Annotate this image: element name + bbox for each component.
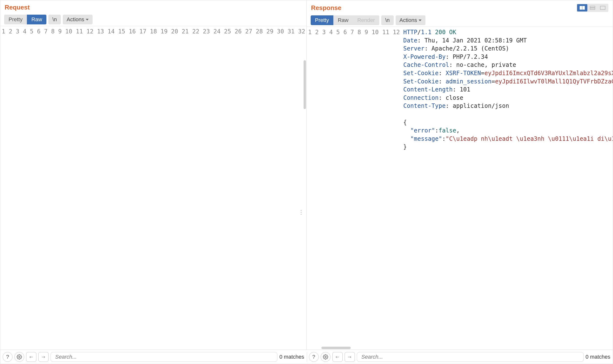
gear-icon (17, 354, 22, 360)
response-search-input[interactable] (357, 352, 584, 362)
hscroll-thumb[interactable] (321, 347, 351, 349)
layout-single-button[interactable] (598, 4, 608, 12)
svg-rect-4 (600, 6, 605, 10)
chevron-down-icon (86, 19, 89, 21)
newline-toggle[interactable]: \n (48, 15, 61, 24)
prev-match-button[interactable]: ← (332, 352, 343, 362)
tab-raw[interactable]: Raw (27, 15, 46, 24)
help-icon: ? (6, 354, 9, 360)
request-editor[interactable]: 1 2 3 4 5 6 7 8 9 10 11 12 13 14 15 16 1… (0, 26, 306, 350)
single-icon (600, 6, 605, 10)
svg-point-5 (19, 356, 20, 358)
actions-label: Actions (67, 16, 84, 23)
arrow-right-icon: → (347, 354, 353, 360)
response-editor[interactable]: 1 2 3 4 5 6 7 8 9 10 11 12 HTTP/1.1 200 … (307, 27, 613, 350)
svg-point-6 (325, 356, 326, 358)
request-view-tabs: Pretty Raw (4, 15, 46, 24)
request-footer: ? ← → 0 matches (3, 352, 307, 362)
vertical-dots-icon[interactable]: ⋮ (298, 211, 304, 213)
layout-toggle (577, 4, 608, 12)
svg-rect-0 (580, 6, 582, 10)
svg-rect-1 (583, 6, 585, 10)
response-footer: ? ← → 0 matches (309, 352, 611, 362)
stack-icon (590, 6, 595, 10)
response-toolbar: Pretty Raw Render \n Actions (307, 14, 613, 27)
request-title: Request (5, 4, 30, 11)
response-title: Response (311, 4, 341, 12)
request-toolbar: Pretty Raw \n Actions (0, 13, 306, 26)
split-icon (580, 6, 585, 10)
response-code[interactable]: HTTP/1.1 200 OK Date: Thu, 14 Jan 2021 0… (402, 27, 613, 350)
response-gutter: 1 2 3 4 5 6 7 8 9 10 11 12 (307, 27, 402, 350)
gear-icon (323, 354, 328, 360)
request-gutter: 1 2 3 4 5 6 7 8 9 10 11 12 13 14 15 16 1… (0, 26, 306, 350)
scrollbar-thumb[interactable] (304, 60, 306, 109)
arrow-left-icon: ← (28, 354, 34, 360)
newline-toggle[interactable]: \n (381, 15, 394, 25)
help-icon: ? (312, 354, 315, 360)
response-header: Response (307, 0, 613, 14)
request-header: Request (0, 0, 306, 13)
svg-rect-2 (590, 6, 595, 8)
actions-label: Actions (400, 17, 417, 23)
next-match-button[interactable]: → (38, 352, 49, 362)
tab-pretty[interactable]: Pretty (311, 15, 333, 25)
next-match-button[interactable]: → (345, 352, 355, 362)
response-pane: Response Pretty Raw Rend (307, 0, 613, 350)
arrow-left-icon: ← (335, 354, 340, 360)
settings-button[interactable] (14, 352, 24, 362)
layout-stack-button[interactable] (587, 4, 598, 12)
help-button[interactable]: ? (309, 352, 319, 362)
actions-dropdown[interactable]: Actions (396, 15, 425, 25)
request-match-count: 0 matches (279, 354, 304, 360)
tab-render[interactable]: Render (353, 15, 379, 25)
tab-raw[interactable]: Raw (333, 15, 353, 25)
request-pane: Request Pretty Raw \n Actions 1 2 3 4 5 … (0, 0, 307, 350)
request-search-input[interactable] (51, 352, 277, 362)
help-button[interactable]: ? (3, 352, 13, 362)
app-root: Request Pretty Raw \n Actions 1 2 3 4 5 … (0, 0, 613, 364)
arrow-right-icon: → (41, 354, 46, 360)
footer: ? ← → 0 matches ? ← → 0 matches (0, 350, 613, 364)
prev-match-button[interactable]: ← (26, 352, 36, 362)
response-match-count: 0 matches (586, 354, 611, 360)
svg-rect-3 (590, 8, 595, 10)
tab-pretty[interactable]: Pretty (4, 15, 27, 24)
settings-button[interactable] (321, 352, 330, 362)
response-view-tabs: Pretty Raw Render (311, 15, 380, 25)
chevron-down-icon (419, 20, 422, 21)
split-panes: Request Pretty Raw \n Actions 1 2 3 4 5 … (0, 0, 613, 350)
actions-dropdown[interactable]: Actions (63, 15, 93, 24)
layout-split-button[interactable] (577, 4, 587, 12)
